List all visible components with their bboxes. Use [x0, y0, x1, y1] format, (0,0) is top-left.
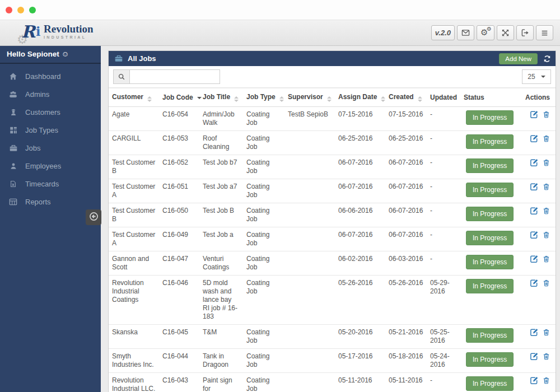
status-badge[interactable]: In Progress: [466, 352, 514, 367]
maximize-window-dot[interactable]: [29, 7, 36, 13]
delete-icon[interactable]: [543, 207, 550, 215]
edit-icon[interactable]: [530, 158, 538, 167]
sidebar-item-admins[interactable]: Admins: [0, 85, 101, 103]
status-badge[interactable]: In Progress: [466, 110, 514, 125]
minimize-window-dot[interactable]: [17, 7, 24, 13]
status-badge[interactable]: In Progress: [466, 183, 514, 197]
cell-customer: Test Customer A: [109, 179, 159, 203]
cell-updated: 05-25-2016: [427, 325, 463, 349]
edit-icon[interactable]: [530, 352, 538, 361]
sidebar-item-job-types[interactable]: Job Types: [0, 121, 101, 139]
search-icon: [113, 69, 129, 84]
cell-job-type: Coating Job: [243, 373, 284, 392]
cell-supervisor: [284, 179, 335, 203]
cell-supervisor: [284, 251, 335, 276]
sidebar-item-label: Timecards: [25, 180, 59, 188]
delete-icon[interactable]: [543, 279, 550, 287]
status-badge[interactable]: In Progress: [466, 255, 514, 269]
page-size-value: 25: [528, 73, 535, 81]
delete-icon[interactable]: [543, 255, 550, 263]
status-badge[interactable]: In Progress: [466, 279, 514, 293]
refresh-icon[interactable]: [543, 55, 551, 63]
cell-actions: [519, 251, 556, 276]
status-badge[interactable]: In Progress: [466, 376, 514, 391]
panel-title: All Jobs: [128, 54, 499, 63]
gears-icon: ⚙⚙: [480, 28, 491, 38]
cell-job-type: Coating Job: [243, 325, 284, 349]
edit-icon[interactable]: [530, 183, 538, 191]
cell-job-code: C16-044: [159, 349, 199, 373]
sort-icon: [418, 96, 422, 102]
sidebar-item-timecards[interactable]: Timecards: [0, 175, 101, 193]
sidebar-item-dashboard[interactable]: Dashboard: [0, 67, 101, 85]
cell-created: 05-26-2016: [385, 276, 427, 325]
delete-icon[interactable]: [543, 231, 550, 239]
messages-button[interactable]: [457, 25, 474, 40]
sort-icon: [381, 96, 385, 102]
column-header-job-type[interactable]: Job Type: [243, 88, 284, 107]
add-new-button[interactable]: Add New: [499, 53, 538, 64]
edit-icon[interactable]: [530, 328, 538, 337]
sidebar-item-reports[interactable]: Reports: [0, 193, 101, 211]
status-badge[interactable]: In Progress: [466, 207, 514, 221]
delete-icon[interactable]: [543, 134, 550, 143]
sort-icon: [234, 96, 239, 102]
sidebar-collapse-button[interactable]: [86, 209, 101, 225]
cell-status: In Progress: [463, 203, 519, 227]
search-input[interactable]: [129, 69, 220, 84]
sidebar-item-label: Admins: [25, 90, 49, 99]
cell-assign-date: 07-15-2016: [335, 107, 385, 131]
delete-icon[interactable]: [543, 110, 550, 119]
table-row: CARGILL C16-053 Roof Cleaning Coating Jo…: [109, 131, 556, 155]
column-header-created[interactable]: Created: [385, 88, 427, 107]
cell-job-type: Coating Job: [243, 251, 284, 276]
edit-icon[interactable]: [530, 376, 538, 385]
column-header-job-title[interactable]: Job Title: [199, 88, 243, 107]
close-window-dot[interactable]: [6, 7, 12, 13]
column-header-customer[interactable]: Customer: [109, 88, 159, 107]
status-badge[interactable]: In Progress: [466, 231, 514, 245]
column-header-supervisor[interactable]: Supervisor: [284, 88, 335, 107]
delete-icon[interactable]: [543, 183, 550, 191]
cell-status: In Progress: [463, 276, 519, 325]
sort-icon: [327, 96, 332, 102]
edit-icon[interactable]: [530, 231, 538, 239]
cell-job-type: Coating Job: [243, 227, 284, 251]
status-badge[interactable]: In Progress: [466, 328, 514, 343]
sidebar-item-employees[interactable]: Employees: [0, 157, 101, 175]
delete-icon[interactable]: [543, 158, 550, 167]
logout-button[interactable]: [516, 25, 534, 40]
fullscreen-button[interactable]: [497, 25, 514, 40]
edit-icon[interactable]: [530, 134, 538, 143]
edit-icon[interactable]: [530, 110, 538, 119]
edit-icon[interactable]: [530, 279, 538, 287]
cell-created: 05-21-2016: [385, 325, 427, 349]
status-badge[interactable]: In Progress: [466, 134, 514, 149]
sidebar-item-jobs[interactable]: Jobs: [0, 139, 101, 157]
delete-icon[interactable]: [543, 352, 550, 361]
cell-created: 06-07-2016: [385, 227, 427, 251]
column-header-assign-date[interactable]: Assign Date: [335, 88, 385, 107]
delete-icon[interactable]: [543, 376, 550, 385]
page-size-select[interactable]: 25: [522, 69, 551, 84]
delete-icon[interactable]: [543, 328, 550, 337]
cell-job-title: Paint sign for: [199, 373, 243, 392]
cell-status: In Progress: [463, 227, 519, 251]
chevron-down-icon: [541, 76, 545, 78]
edit-icon[interactable]: [530, 255, 538, 263]
menu-button[interactable]: [536, 25, 553, 40]
table-row: Test Customer B C16-050 Test Job B Coati…: [109, 203, 556, 227]
sidebar-item-customers[interactable]: Customers: [0, 103, 101, 121]
brand-logo[interactable]: ⚙ R i Revolution INDUSTRIAL: [19, 23, 94, 43]
cell-updated: -: [427, 131, 463, 155]
edit-icon[interactable]: [530, 207, 538, 215]
column-header-job-code[interactable]: Job Code: [159, 88, 199, 107]
cell-customer: Test Customer B: [109, 155, 159, 179]
settings-button[interactable]: ⚙⚙: [477, 25, 494, 40]
cell-supervisor: TestB SepioB: [284, 107, 335, 131]
cell-assign-date: 06-07-2016: [335, 179, 385, 203]
version-label: v.2.0: [435, 29, 451, 37]
status-badge[interactable]: In Progress: [466, 158, 514, 173]
cell-actions: [519, 325, 556, 349]
cell-job-title: Venturi Coatings: [199, 251, 243, 276]
